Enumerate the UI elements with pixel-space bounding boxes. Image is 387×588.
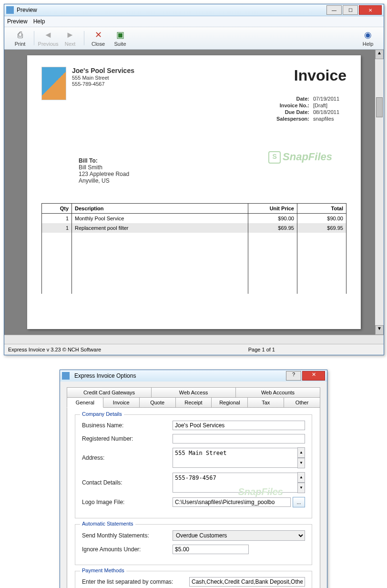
scroll-thumb[interactable] (376, 97, 383, 117)
automatic-statements-group: Automatic Statements Send Monthly Statem… (75, 524, 312, 565)
x-icon: ✕ (92, 30, 104, 40)
print-button[interactable]: ⎙Print (9, 30, 31, 47)
status-page: Page 1 of 1 (248, 347, 275, 352)
spin-up-icon[interactable]: ▲ (297, 472, 305, 483)
tab-tax[interactable]: Tax (247, 397, 284, 407)
tab-credit-card[interactable]: Credit Card Gateways (67, 387, 152, 397)
spin-down-icon[interactable]: ▼ (297, 458, 305, 468)
menubar: Preview Help (4, 16, 384, 27)
spin-up-icon[interactable]: ▲ (297, 447, 305, 458)
tab-web-access[interactable]: Web Access (151, 387, 236, 397)
close-button[interactable]: ✕ (302, 371, 325, 381)
tab-other[interactable]: Other (284, 397, 320, 407)
app-icon (62, 372, 70, 380)
close-button[interactable]: ✕ (359, 5, 382, 15)
company-name: Joe's Pool Services (72, 67, 134, 74)
watermark: SSnapFiles (268, 151, 332, 164)
app-icon (6, 6, 14, 14)
help-button[interactable]: ? (286, 371, 301, 381)
spin-down-icon[interactable]: ▼ (297, 483, 305, 493)
tab-row-bottom: General Invoice Quote Receipt Regional T… (67, 397, 320, 408)
status-left: Express Invoice v 3.23 © NCH Software (8, 347, 101, 352)
send-monthly-label: Send Monthly Statements: (82, 532, 173, 539)
browse-button[interactable]: ... (293, 497, 305, 507)
toolbar: ⎙Print ◄Previous ►Next ✕Close ▣Suite ◉He… (4, 27, 384, 50)
arrow-right-icon: ► (64, 30, 76, 40)
suite-button[interactable]: ▣Suite (109, 30, 131, 47)
address-input[interactable] (173, 448, 298, 468)
dialog-title: Express Invoice Options (72, 372, 285, 379)
suite-icon: ▣ (114, 30, 126, 40)
close-tool-button[interactable]: ✕Close (87, 30, 109, 47)
table-row: 1Replacement pool filter$69.95$69.95 (42, 223, 346, 233)
logo-file-input[interactable] (173, 497, 291, 507)
invoice-meta: Date:07/19/2011 Invoice No.:[Draft] Due … (268, 96, 346, 123)
arrow-left-icon: ◄ (42, 30, 54, 40)
horizontal-scrollbar[interactable] (4, 335, 384, 344)
ignore-amounts-input[interactable] (173, 545, 249, 554)
tab-receipt[interactable]: Receipt (175, 397, 212, 407)
payment-methods-group: Payment Methods Enter the list separated… (75, 571, 312, 588)
tab-web-accounts[interactable]: Web Accounts (235, 387, 320, 397)
next-button: ►Next (59, 30, 81, 47)
previous-button: ◄Previous (37, 30, 59, 47)
address-label: Address: (82, 454, 173, 461)
table-row: 1Monthly Pool Service$90.00$90.00 (42, 214, 346, 224)
ignore-amounts-label: Ignore Amounts Under: (82, 546, 173, 553)
tab-body: Company Details Business Name: Registere… (67, 407, 320, 588)
registered-number-label: Registered Number: (82, 435, 173, 442)
maximize-button[interactable]: ☐ (343, 5, 358, 15)
company-details-group: Company Details Business Name: Registere… (75, 414, 312, 518)
window-title: Preview (17, 7, 326, 13)
tab-row-top: Credit Card Gateways Web Access Web Acco… (67, 387, 320, 397)
line-items-table: Qty Description Unit Price Total 1Monthl… (41, 203, 346, 294)
business-name-input[interactable] (173, 421, 305, 430)
tab-quote[interactable]: Quote (139, 397, 176, 407)
contact-label: Contact Details: (82, 479, 173, 486)
registered-number-input[interactable] (173, 434, 305, 444)
preview-window: Preview — ☐ ✕ Preview Help ⎙Print ◄Previ… (4, 4, 384, 355)
options-dialog: Express Invoice Options ? ✕ Credit Card … (60, 370, 327, 588)
tab-general[interactable]: General (67, 397, 103, 408)
status-bar: Express Invoice v 3.23 © NCH Software Pa… (4, 344, 384, 355)
menu-preview[interactable]: Preview (7, 18, 28, 25)
business-name-label: Business Name: (82, 422, 173, 429)
menu-help[interactable]: Help (33, 18, 45, 25)
vertical-scrollbar[interactable]: ▲ ▼ (375, 50, 384, 335)
payment-list-label: Enter the list separated by commas: (82, 578, 189, 585)
scroll-up-button[interactable]: ▲ (375, 50, 384, 59)
preview-area: Joe's Pool Services 555 Main Street 555-… (4, 50, 384, 335)
logo-file-label: Logo Image File: (82, 499, 173, 505)
table-header-row: Qty Description Unit Price Total (42, 204, 346, 214)
payment-list-input[interactable] (189, 577, 305, 587)
send-monthly-select[interactable]: Overdue Customers (173, 530, 305, 541)
contact-input[interactable] (173, 473, 298, 493)
printer-icon: ⎙ (14, 30, 26, 40)
invoice-page: Joe's Pool Services 555 Main Street 555-… (27, 55, 361, 329)
separator (84, 31, 84, 45)
titlebar[interactable]: Express Invoice Options ? ✕ (60, 370, 327, 382)
company-block: Joe's Pool Services 555 Main Street 555-… (72, 67, 134, 87)
tab-invoice[interactable]: Invoice (103, 397, 140, 407)
minimize-button[interactable]: — (326, 5, 342, 15)
scroll-down-button[interactable]: ▼ (375, 325, 384, 335)
help-button[interactable]: ◉Help (357, 30, 379, 47)
company-logo (41, 67, 66, 100)
tab-regional[interactable]: Regional (211, 397, 248, 407)
company-address: 555 Main Street (72, 75, 134, 81)
company-phone: 555-789-4567 (72, 81, 134, 87)
invoice-title: Invoice (294, 67, 346, 84)
titlebar[interactable]: Preview — ☐ ✕ (4, 4, 384, 16)
help-icon: ◉ (362, 30, 374, 40)
separator (34, 31, 34, 45)
